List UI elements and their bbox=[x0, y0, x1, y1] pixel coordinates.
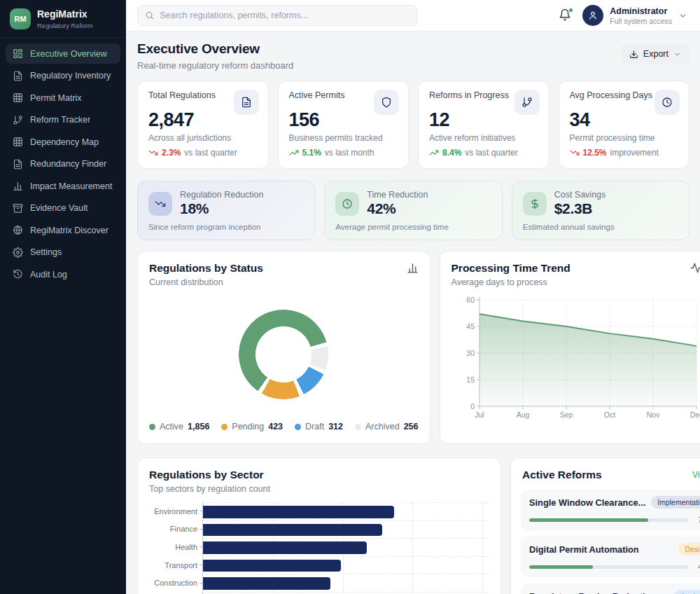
trending-up-icon bbox=[429, 148, 439, 158]
sidebar-item-dependency-map[interactable]: Dependency Map bbox=[6, 132, 120, 152]
brand-tagline: Regulatory Reform bbox=[37, 22, 93, 29]
sector-bar-construction bbox=[203, 577, 330, 590]
sidebar-item-regimatrix-discover[interactable]: RegiMatrix Discover bbox=[6, 220, 120, 240]
stage-badge: Analysis bbox=[674, 590, 700, 594]
kpi-sub: Active reform initiatives bbox=[429, 133, 538, 143]
file-text-icon bbox=[234, 90, 259, 115]
trending-up-icon bbox=[289, 148, 299, 158]
processing-time-trend-card: Processing Time Trend Average days to pr… bbox=[440, 251, 700, 444]
sidebar-item-label: Dependency Map bbox=[30, 137, 99, 147]
globe-icon bbox=[13, 225, 23, 235]
sidebar-item-reform-tracker[interactable]: Reform Tracker bbox=[6, 110, 120, 130]
sidebar: RM RegiMatrix Regulatory Reform Executiv… bbox=[0, 0, 126, 594]
highlight-value: $2.3B bbox=[554, 200, 606, 217]
stage-badge: Implementation bbox=[651, 496, 700, 509]
regulations-by-status-card: Regulations by Status Current distributi… bbox=[137, 251, 430, 444]
sector-row bbox=[203, 502, 489, 520]
sidebar-item-executive-overview[interactable]: Executive Overview bbox=[6, 43, 120, 64]
sidebar-item-regulatory-inventory[interactable]: Regulatory Inventory bbox=[6, 66, 120, 86]
table-icon bbox=[13, 92, 23, 103]
table-icon bbox=[13, 137, 23, 147]
processing-time-trend-chart: 015304560JulAugSepOctNovDec bbox=[451, 293, 700, 427]
kpi-sub: Across all jurisdictions bbox=[148, 133, 258, 143]
trend-pct: 12.5% bbox=[583, 148, 607, 158]
sidebar-item-impact-measurement[interactable]: Impact Measurement bbox=[6, 176, 120, 196]
donut-chart-area bbox=[149, 287, 419, 422]
sidebar-item-settings[interactable]: Settings bbox=[6, 242, 120, 263]
user-name: Administrator bbox=[610, 6, 672, 17]
trending-down-icon bbox=[570, 148, 580, 158]
sidebar-item-label: Reform Tracker bbox=[30, 115, 90, 125]
sector-plot-area bbox=[202, 502, 489, 594]
progress-track bbox=[529, 565, 688, 569]
kpi-sub: Permit processing time bbox=[570, 133, 679, 143]
notifications-button[interactable] bbox=[559, 8, 573, 22]
reform-item-single-window[interactable]: Single Window Clearance... Implementatio… bbox=[521, 490, 700, 530]
progress-fill bbox=[529, 565, 593, 569]
dashboard-icon bbox=[13, 48, 23, 59]
regulations-by-sector-card: Regulations by Sector Top sectors by reg… bbox=[137, 457, 501, 594]
highlight-value: 18% bbox=[180, 200, 264, 217]
highlight-regulation-reduction: Regulation Reduction 18% Since reform pr… bbox=[137, 181, 315, 240]
export-label: Export bbox=[643, 49, 668, 59]
trend-note: vs last quarter bbox=[465, 148, 517, 158]
view-all-link[interactable]: View all bbox=[692, 470, 700, 480]
sidebar-item-label: Regulatory Inventory bbox=[30, 71, 111, 81]
svg-text:0: 0 bbox=[470, 402, 475, 410]
search-box[interactable] bbox=[137, 5, 417, 26]
highlight-row: Regulation Reduction 18% Since reform pr… bbox=[137, 181, 690, 240]
topbar-right: Administrator Full system access bbox=[559, 5, 687, 26]
highlight-sub: Since reform program inception bbox=[148, 223, 304, 231]
kpi-trend: 5.1% vs last month bbox=[289, 148, 398, 158]
kpi-card-avg-processing-days: Avg Processing Days 34 Permit processing… bbox=[559, 81, 690, 169]
sidebar-item-redundancy-finder[interactable]: Redundancy Finder bbox=[6, 154, 120, 174]
svg-text:Dec: Dec bbox=[690, 410, 700, 419]
gear-icon bbox=[13, 247, 23, 258]
trend-chart-area: 015304560JulAugSepOctNovDec bbox=[451, 287, 700, 433]
sidebar-item-audit-log[interactable]: Audit Log bbox=[6, 264, 120, 284]
search-input[interactable] bbox=[160, 11, 410, 20]
kpi-trend: 8.4% vs last quarter bbox=[429, 148, 538, 158]
sector-axis-labels: Environment Finance Health Transport Con… bbox=[149, 502, 202, 594]
git-branch-icon bbox=[514, 90, 540, 115]
trend-note: vs last month bbox=[325, 148, 374, 158]
bar-chart-icon bbox=[407, 262, 419, 274]
svg-text:Sep: Sep bbox=[559, 410, 573, 419]
clock-icon bbox=[654, 90, 680, 115]
svg-text:Nov: Nov bbox=[646, 410, 659, 419]
sector-bar-environment bbox=[203, 506, 394, 518]
reform-item-digital-permit[interactable]: Digital Permit Automation Design 40% bbox=[521, 537, 700, 577]
legend-dot bbox=[295, 424, 301, 430]
reform-name: Regulatory Burden Reduction bbox=[529, 591, 656, 594]
page-subtitle: Real-time regulatory reform dashboard bbox=[137, 60, 293, 71]
sidebar-item-label: Evidence Vault bbox=[30, 203, 88, 213]
reform-item-burden-reduction[interactable]: Regulatory Burden Reduction Analysis 20% bbox=[521, 583, 700, 594]
sector-bar-transport bbox=[203, 560, 341, 572]
highlight-label: Regulation Reduction bbox=[180, 190, 264, 200]
sidebar-item-label: Impact Measurement bbox=[30, 181, 112, 191]
charts-row: Regulations by Status Current distributi… bbox=[137, 251, 690, 444]
chart-title: Regulations by Status bbox=[149, 262, 263, 275]
main-area: Administrator Full system access Executi… bbox=[126, 0, 700, 594]
sidebar-item-evidence-vault[interactable]: Evidence Vault bbox=[6, 198, 120, 219]
trend-pct: 2.3% bbox=[162, 148, 181, 158]
chart-title: Regulations by Sector bbox=[149, 469, 270, 481]
status-legend: Active 1,856 Pending 423 Draft 312 bbox=[149, 422, 419, 433]
status-donut-chart bbox=[239, 310, 328, 399]
sidebar-item-label: Settings bbox=[30, 247, 62, 257]
git-branch-icon bbox=[13, 115, 23, 125]
export-button[interactable]: Export bbox=[621, 44, 690, 64]
sidebar-item-label: Redundancy Finder bbox=[30, 159, 106, 169]
svg-text:45: 45 bbox=[466, 322, 475, 331]
kpi-card-active-permits: Active Permits 156 Business permits trac… bbox=[278, 81, 410, 169]
topbar: Administrator Full system access bbox=[126, 0, 700, 32]
chart-title: Processing Time Trend bbox=[451, 262, 570, 275]
legend-item-archived: Archived 256 bbox=[355, 422, 419, 431]
sector-row bbox=[203, 520, 489, 539]
activity-icon bbox=[690, 262, 700, 274]
user-menu[interactable]: Administrator Full system access bbox=[582, 5, 687, 26]
svg-text:30: 30 bbox=[466, 349, 475, 357]
legend-dot bbox=[149, 424, 155, 430]
sidebar-item-label: Permit Matrix bbox=[30, 93, 82, 103]
sidebar-item-permit-matrix[interactable]: Permit Matrix bbox=[6, 88, 120, 108]
